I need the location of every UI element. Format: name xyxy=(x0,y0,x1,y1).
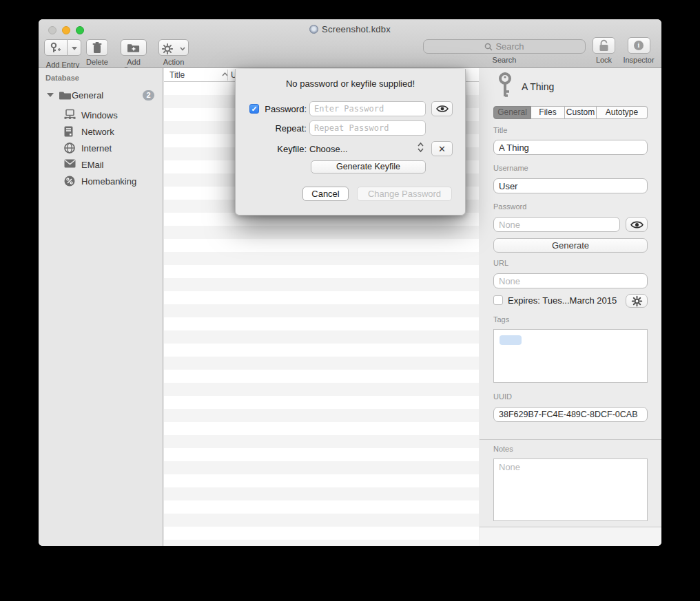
envelope-icon xyxy=(64,159,76,170)
search-group: Search Search xyxy=(423,39,586,64)
chevron-down-icon xyxy=(180,47,185,51)
tags-field[interactable] xyxy=(493,329,648,383)
sidebar-section-header: Database xyxy=(45,74,79,82)
sidebar-item-label: Internet xyxy=(81,143,112,154)
lock-group: Lock xyxy=(593,37,615,64)
sidebar: Database General 2 xyxy=(39,68,163,546)
repeat-label: Repeat: xyxy=(260,123,307,134)
inspector-panel: A Thing General Files Custom Autotype Ti… xyxy=(480,68,661,546)
sidebar-item-windows[interactable]: Windows xyxy=(39,107,163,124)
generate-keyfile-button[interactable]: Generate Keyfile xyxy=(311,160,426,173)
action-group: Action xyxy=(158,39,189,66)
entry-count-badge: 2 xyxy=(143,90,154,101)
column-divider[interactable] xyxy=(227,70,228,81)
clear-keyfile-button[interactable]: ✕ xyxy=(431,141,453,156)
sidebar-item-label: Network xyxy=(81,127,114,137)
inspector-footer xyxy=(480,527,661,546)
gear-icon xyxy=(162,43,173,54)
window-chrome: Screenshot.kdbx Add Entry xyxy=(39,19,661,68)
change-password-button[interactable]: Change Password xyxy=(357,187,452,201)
expires-checkbox[interactable] xyxy=(493,295,503,305)
inspector-button[interactable]: i xyxy=(628,37,650,54)
inspector-label: Inspector xyxy=(622,56,655,64)
password-checkbox[interactable]: ✓ xyxy=(249,104,259,114)
keyfile-label: Keyfile: xyxy=(260,144,307,154)
action-label: Action xyxy=(158,58,189,66)
window-title: Screenshot.kdbx xyxy=(39,24,661,34)
percent-icon xyxy=(64,176,75,189)
url-field[interactable] xyxy=(493,273,648,288)
sidebar-item-network[interactable]: Network xyxy=(39,124,163,140)
tab-custom[interactable]: Custom xyxy=(565,106,597,119)
search-placeholder: Search xyxy=(495,41,524,52)
tab-files[interactable]: Files xyxy=(531,106,565,119)
sidebar-item-internet[interactable]: Internet xyxy=(39,140,163,157)
password-label: Password xyxy=(493,202,526,211)
server-icon xyxy=(64,126,73,139)
add-entry-group: Add Entry xyxy=(42,39,83,69)
password-label: Password: xyxy=(260,104,307,114)
entry-title: A Thing xyxy=(522,81,554,92)
password-field[interactable] xyxy=(493,217,620,232)
password-dialog: No password or keyfile supplied! ✓ Passw… xyxy=(235,69,466,215)
search-label: Search xyxy=(423,56,586,64)
uuid-field[interactable] xyxy=(493,407,648,422)
sidebar-item-label: Windows xyxy=(81,110,118,120)
lock-open-icon xyxy=(599,40,609,52)
keyfile-popup[interactable]: Choose... xyxy=(309,144,348,154)
eye-icon xyxy=(630,220,644,229)
add-group-button[interactable] xyxy=(121,39,147,56)
sidebar-item-label: Homebanking xyxy=(81,176,136,187)
section-divider xyxy=(480,439,661,440)
inspector-tabs: General Files Custom Autotype xyxy=(493,106,648,119)
tag-token[interactable] xyxy=(500,335,522,345)
title-field[interactable] xyxy=(493,140,648,155)
folder-icon xyxy=(59,90,71,102)
inspector-group: i Inspector xyxy=(622,37,655,64)
chevron-down-icon xyxy=(72,47,77,50)
tab-autotype[interactable]: Autotype xyxy=(597,106,648,119)
delete-button[interactable] xyxy=(86,39,108,56)
eye-icon xyxy=(436,105,449,113)
notes-label: Notes xyxy=(493,445,513,453)
lock-label: Lock xyxy=(593,56,615,64)
add-entry-dropdown-button[interactable] xyxy=(68,39,81,56)
disclosure-triangle-icon[interactable] xyxy=(47,93,54,97)
info-icon: i xyxy=(634,41,644,50)
tab-general[interactable]: General xyxy=(493,106,531,119)
generate-password-button[interactable]: Generate xyxy=(493,238,648,253)
reveal-password-button[interactable] xyxy=(626,217,648,232)
sidebar-item-homebanking[interactable]: Homebanking xyxy=(39,173,163,190)
username-field[interactable] xyxy=(493,178,648,193)
notes-field[interactable] xyxy=(493,458,648,521)
sidebar-item-email[interactable]: EMail xyxy=(39,157,163,173)
title-label: Title xyxy=(493,126,507,134)
action-button[interactable] xyxy=(158,39,189,56)
globe-icon xyxy=(64,143,75,156)
lock-button[interactable] xyxy=(593,37,615,54)
uuid-label: UUID xyxy=(493,392,512,401)
document-icon xyxy=(309,25,318,34)
expires-settings-button[interactable] xyxy=(626,294,648,308)
username-label: Username xyxy=(493,164,528,172)
sidebar-item-general[interactable]: General 2 xyxy=(39,87,163,104)
check-icon: ✓ xyxy=(251,105,257,113)
column-header-title[interactable]: Title xyxy=(169,70,185,80)
reveal-password-button[interactable] xyxy=(431,101,453,116)
folder-plus-icon xyxy=(127,42,140,53)
delete-group: Delete xyxy=(86,39,108,66)
password-input[interactable] xyxy=(309,101,426,116)
updown-stepper-icon[interactable] xyxy=(418,142,424,153)
key-icon xyxy=(496,72,514,98)
expires-label: Expires: Tues...March 2015 xyxy=(508,295,617,306)
add-entry-button[interactable] xyxy=(44,39,68,56)
dialog-message: No password or keyfile supplied! xyxy=(236,78,465,89)
close-icon: ✕ xyxy=(438,144,446,154)
search-input[interactable]: Search xyxy=(423,39,586,54)
repeat-password-input[interactable] xyxy=(309,120,426,136)
sidebar-item-label: General xyxy=(72,90,103,101)
trash-icon xyxy=(92,42,102,54)
url-label: URL xyxy=(493,259,508,267)
gear-icon xyxy=(632,296,642,306)
cancel-button[interactable]: Cancel xyxy=(302,187,349,201)
